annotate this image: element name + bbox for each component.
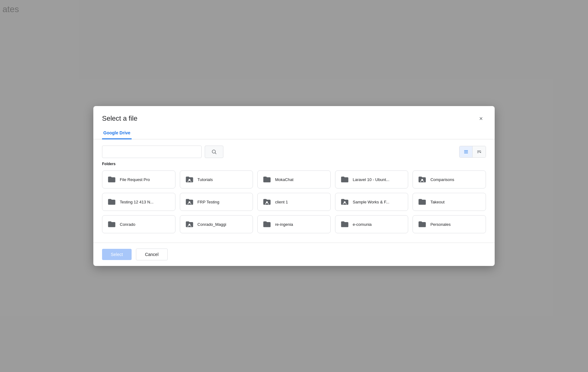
folder-name: Conrado_Maggi	[198, 222, 226, 227]
folder-item-14[interactable]: Personales	[413, 215, 486, 233]
folder-item-8[interactable]: Sample Works & F...	[335, 193, 408, 211]
dialog-header: Select a file ×	[93, 106, 495, 123]
folder-icon	[418, 220, 427, 229]
folder-item-3[interactable]: Laravel 10 - Ubunt...	[335, 170, 408, 188]
folder-name: Laravel 10 - Ubunt...	[353, 177, 390, 182]
folder-name: Comparisons	[430, 177, 454, 182]
folder-icon	[107, 175, 116, 184]
folder-name: FRP Testing	[198, 200, 219, 204]
folder-icon	[340, 220, 349, 229]
folder-shared-icon	[185, 175, 194, 184]
folder-name: Sample Works & F...	[353, 200, 390, 204]
toolbar	[93, 139, 495, 162]
search-icon	[211, 149, 217, 155]
folder-item-12[interactable]: re-ingenia	[257, 215, 331, 233]
folder-item-9[interactable]: Takeout	[413, 193, 486, 211]
folder-icon	[418, 198, 427, 206]
view-toggle	[459, 146, 486, 158]
close-button[interactable]: ×	[476, 114, 486, 123]
folder-item-2[interactable]: MokaChat	[257, 170, 331, 188]
folder-shared-icon	[263, 198, 271, 206]
folder-shared-icon	[340, 198, 349, 206]
folder-item-0[interactable]: File Request Pro	[102, 170, 175, 188]
tab-bar: Google Drive	[93, 123, 495, 139]
folder-name: Tutorials	[198, 177, 213, 182]
folder-name: re-ingenia	[275, 222, 293, 227]
folder-item-7[interactable]: client 1	[257, 193, 331, 211]
folder-item-10[interactable]: Conrado	[102, 215, 175, 233]
sort-icon	[477, 149, 482, 154]
svg-point-0	[212, 150, 216, 153]
search-button[interactable]	[205, 146, 223, 158]
folder-icon	[107, 220, 116, 229]
list-icon	[464, 149, 469, 154]
folder-icon	[263, 175, 271, 184]
cancel-button[interactable]: Cancel	[136, 249, 168, 260]
folder-shared-icon	[418, 175, 427, 184]
folder-icon	[263, 220, 271, 229]
select-file-dialog: Select a file × Google Drive	[93, 106, 495, 266]
modal-overlay: Select a file × Google Drive	[0, 0, 588, 372]
svg-rect-3	[464, 151, 468, 152]
list-view-button[interactable]	[460, 146, 473, 157]
folder-shared-icon	[185, 198, 194, 206]
dialog-title: Select a file	[102, 114, 138, 123]
folder-icon	[107, 198, 116, 206]
folders-section-label: Folders	[102, 162, 486, 166]
sort-view-button[interactable]	[473, 146, 486, 157]
folder-name: Testing 12 413 N...	[120, 200, 153, 204]
folder-item-5[interactable]: Testing 12 413 N...	[102, 193, 175, 211]
folder-grid: File Request Pro Tutorials MokaChat Lara…	[102, 170, 486, 233]
folder-name: MokaChat	[275, 177, 293, 182]
search-input[interactable]	[102, 146, 202, 158]
svg-line-1	[215, 153, 216, 154]
tab-google-drive[interactable]: Google Drive	[102, 127, 132, 139]
folder-name: Conrado	[120, 222, 135, 227]
folder-name: Takeout	[430, 200, 445, 204]
folder-icon	[340, 175, 349, 184]
svg-rect-2	[464, 150, 468, 151]
folder-item-13[interactable]: e-comunia	[335, 215, 408, 233]
folder-name: Personales	[430, 222, 450, 227]
folder-item-4[interactable]: Comparisons	[413, 170, 486, 188]
folder-name: File Request Pro	[120, 177, 150, 182]
dialog-footer: Select Cancel	[93, 243, 495, 266]
folder-shared-icon	[185, 220, 194, 229]
folder-item-11[interactable]: Conrado_Maggi	[180, 215, 253, 233]
select-button[interactable]: Select	[102, 249, 132, 260]
folder-item-1[interactable]: Tutorials	[180, 170, 253, 188]
folder-item-6[interactable]: FRP Testing	[180, 193, 253, 211]
folder-name: e-comunia	[353, 222, 372, 227]
file-browser-content: Folders File Request Pro Tutorials MokaC…	[93, 162, 495, 243]
svg-rect-4	[464, 153, 468, 153]
folder-name: client 1	[275, 200, 288, 204]
